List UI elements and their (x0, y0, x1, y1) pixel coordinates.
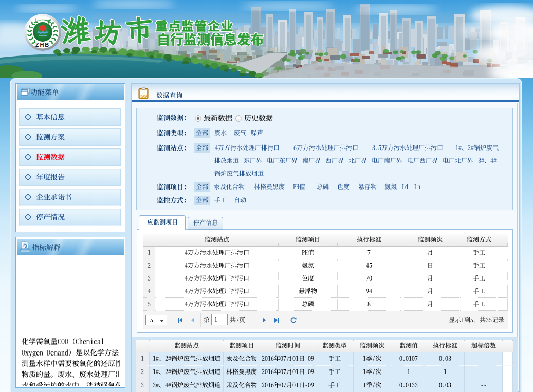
svg-text:ZHB: ZHB (35, 42, 50, 48)
